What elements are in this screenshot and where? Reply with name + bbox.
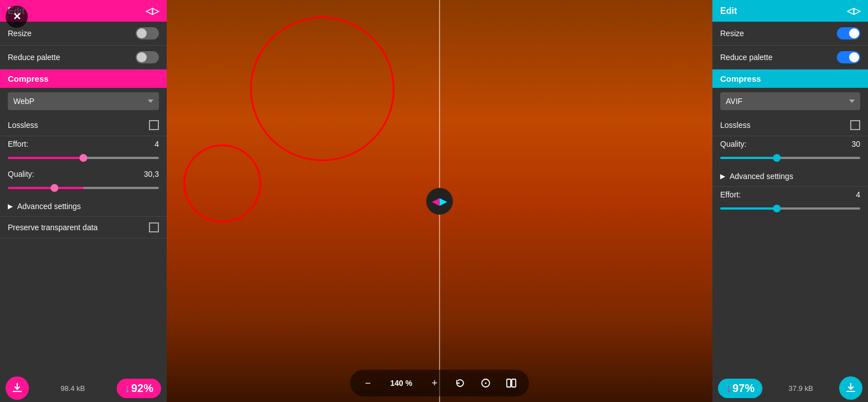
left-reduce-palette-label: Reduce palette xyxy=(8,53,60,62)
left-quality-slider[interactable] xyxy=(8,187,159,189)
toolbar-bottom: − 140 % + xyxy=(350,370,529,396)
zoom-in-icon: + xyxy=(432,378,438,389)
right-quality-label-row: Quality: 30 xyxy=(720,140,860,148)
left-download-button[interactable] xyxy=(6,376,29,400)
right-edit-header: Edit ◁▷ xyxy=(712,0,868,22)
compare-right-arrow-icon: ▶ xyxy=(440,195,447,207)
right-edit-title: Edit xyxy=(720,6,737,16)
left-quality-row: Quality: 30,3 xyxy=(0,166,167,196)
right-quality-slider[interactable] xyxy=(720,157,860,159)
left-advanced-settings-label: Advanced settings xyxy=(17,202,81,211)
fit-button[interactable] xyxy=(477,374,495,392)
right-compression-percent-sign: % xyxy=(745,382,755,395)
right-resize-toggle[interactable] xyxy=(837,27,860,39)
right-panel-toggle-arrows[interactable]: ◁▷ xyxy=(847,6,860,16)
right-reduce-palette-toggle[interactable] xyxy=(837,51,860,63)
svg-rect-2 xyxy=(507,379,511,387)
left-effort-label-row: Effort: 4 xyxy=(8,140,159,148)
right-effort-label: Effort: xyxy=(720,190,741,199)
right-effort-slider[interactable] xyxy=(720,207,860,210)
left-effort-label: Effort: xyxy=(8,140,28,148)
left-lossless-row: Lossless xyxy=(0,115,167,136)
right-quality-row: Quality: 30 xyxy=(712,136,868,166)
left-reduce-palette-row: Reduce palette xyxy=(0,46,167,70)
left-panel-scroll: Edit ◁▷ Resize Reduce palette Compress xyxy=(0,0,167,402)
split-view-button[interactable] xyxy=(502,374,520,392)
left-lossless-label: Lossless xyxy=(8,121,38,130)
canvas-background: ◀ ▶ xyxy=(167,0,712,402)
right-format-row: AVIF WebP JPEG PNG xyxy=(712,88,868,115)
left-panel: Edit ◁▷ Resize Reduce palette Compress xyxy=(0,0,167,402)
svg-point-1 xyxy=(485,383,487,384)
left-effort-value: 4 xyxy=(154,140,159,148)
left-resize-toggle[interactable] xyxy=(136,27,159,39)
left-effort-row: Effort: 4 xyxy=(0,136,167,166)
right-compress-header: Compress xyxy=(712,70,868,88)
left-download-icon xyxy=(11,382,23,394)
right-quality-value: 30 xyxy=(851,140,860,148)
left-format-row: WebP AVIF JPEG PNG xyxy=(0,88,167,115)
right-effort-value: 4 xyxy=(856,190,860,199)
left-compression-arrow-icon: ↓ xyxy=(124,382,130,395)
left-compress-header: Compress xyxy=(0,70,167,88)
left-resize-row: Resize xyxy=(0,22,167,46)
right-lossless-checkbox[interactable] xyxy=(850,120,860,130)
left-compression-percent: 92 xyxy=(131,382,143,395)
left-file-size: 98.4 kB xyxy=(61,384,85,393)
left-advanced-chevron-icon: ▶ xyxy=(8,202,13,210)
compare-left-arrow-icon: ◀ xyxy=(432,195,440,207)
left-lossless-checkbox[interactable] xyxy=(149,120,159,130)
right-resize-row: Resize xyxy=(712,22,868,46)
left-compression-badge[interactable]: ↓ 92 % xyxy=(117,379,161,398)
right-effort-row: Effort: 4 xyxy=(712,187,868,217)
fit-icon xyxy=(480,378,491,389)
left-compress-label: Compress xyxy=(8,74,48,83)
right-advanced-settings-row[interactable]: ▶ Advanced settings xyxy=(712,166,868,187)
right-download-icon xyxy=(845,382,857,394)
right-resize-label: Resize xyxy=(720,29,744,38)
circle-annotation-small xyxy=(183,145,261,222)
circle-annotation-large xyxy=(250,17,395,161)
right-compression-percent: 97 xyxy=(732,382,745,395)
right-compress-label: Compress xyxy=(720,74,761,83)
right-panel: Edit ◁▷ Resize Reduce palette Compress xyxy=(712,0,868,402)
rotate-icon xyxy=(455,378,466,389)
right-advanced-settings-label: Advanced settings xyxy=(730,172,793,181)
right-lossless-label: Lossless xyxy=(720,121,750,130)
right-quality-label: Quality: xyxy=(720,140,746,148)
left-quality-label: Quality: xyxy=(8,170,34,178)
zoom-out-icon: − xyxy=(365,378,371,389)
right-reduce-palette-label: Reduce palette xyxy=(720,53,772,62)
right-effort-label-row: Effort: 4 xyxy=(720,190,860,199)
zoom-display: 140 % xyxy=(385,379,418,388)
right-format-select[interactable]: AVIF WebP JPEG PNG xyxy=(720,92,860,110)
compare-handle[interactable]: ◀ ▶ xyxy=(426,188,453,215)
left-quality-value: 30,3 xyxy=(144,170,159,178)
left-advanced-settings-row[interactable]: ▶ Advanced settings xyxy=(0,196,167,217)
right-compression-arrow-icon: ↓ xyxy=(726,382,731,395)
left-preserve-transparent-row: Preserve transparent data xyxy=(0,217,167,239)
left-bottom-bar: 98.4 kB ↓ 92 % xyxy=(0,374,167,402)
canvas-area: ◀ ▶ − 140 % + xyxy=(167,0,712,402)
split-view-icon xyxy=(506,378,517,389)
right-panel-scroll: Edit ◁▷ Resize Reduce palette Compress xyxy=(712,0,868,402)
right-bottom-bar: ↓ 97 % 37.9 kB xyxy=(712,374,868,402)
left-effort-slider[interactable] xyxy=(8,157,159,159)
zoom-out-button[interactable]: − xyxy=(359,374,377,392)
svg-rect-3 xyxy=(512,379,516,387)
left-preserve-transparent-checkbox[interactable] xyxy=(149,222,159,232)
left-panel-toggle-arrows[interactable]: ◁▷ xyxy=(146,6,159,16)
rotate-button[interactable] xyxy=(451,374,469,392)
right-compression-badge[interactable]: ↓ 97 % xyxy=(718,379,762,398)
right-lossless-row: Lossless xyxy=(712,115,868,136)
left-reduce-palette-toggle[interactable] xyxy=(136,51,159,63)
right-advanced-chevron-icon: ▶ xyxy=(720,172,725,180)
close-button[interactable]: ✕ xyxy=(6,6,28,28)
right-download-button[interactable] xyxy=(839,376,862,400)
zoom-in-button[interactable]: + xyxy=(426,374,443,392)
right-file-size: 37.9 kB xyxy=(789,384,813,393)
left-format-select[interactable]: WebP AVIF JPEG PNG xyxy=(8,92,159,110)
left-quality-label-row: Quality: 30,3 xyxy=(8,170,159,178)
left-compression-percent-sign: % xyxy=(143,382,153,395)
right-reduce-palette-row: Reduce palette xyxy=(712,46,868,70)
